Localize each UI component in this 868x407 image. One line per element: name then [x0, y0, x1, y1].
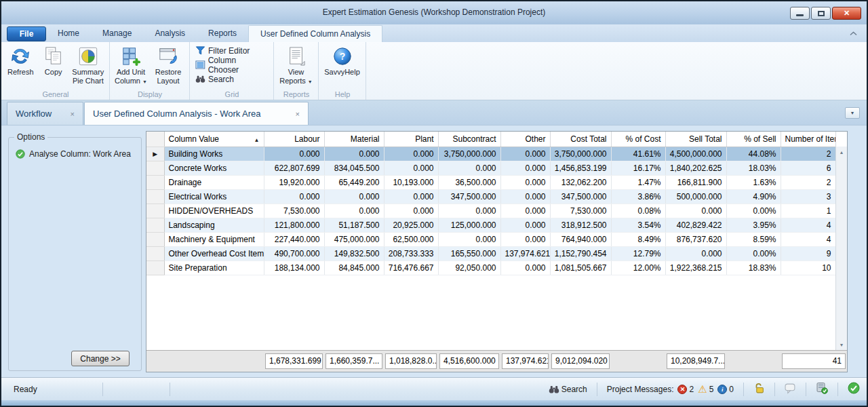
row-label-cell[interactable]: HIDDEN/OVERHEADS: [164, 204, 264, 218]
maximize-button[interactable]: [811, 7, 831, 20]
search-button[interactable]: Search: [191, 72, 238, 86]
value-cell[interactable]: 0.000: [384, 161, 438, 175]
value-cell[interactable]: 2: [781, 147, 835, 161]
database-status-button[interactable]: [816, 382, 828, 396]
row-label-cell[interactable]: Concrete Works: [164, 161, 264, 175]
value-cell[interactable]: 3.86%: [611, 189, 665, 204]
value-cell[interactable]: 622,807.699: [264, 161, 324, 175]
value-cell[interactable]: 3.95%: [726, 218, 781, 232]
view-reports-button[interactable]: View Reports ▼: [277, 44, 316, 88]
value-cell[interactable]: 1,456,853.199: [550, 161, 611, 175]
value-cell[interactable]: 402,829.422: [665, 218, 726, 232]
value-cell[interactable]: 0.000: [500, 189, 550, 204]
row-label-cell[interactable]: Other Overhead Cost Items: [164, 246, 264, 260]
column-header-labour[interactable]: Labour: [264, 132, 324, 147]
row-indicator[interactable]: [146, 260, 164, 275]
value-cell[interactable]: 19,920.000: [264, 175, 324, 189]
value-cell[interactable]: 0.000: [500, 204, 550, 218]
value-cell[interactable]: 0.00%: [726, 204, 781, 218]
change-button[interactable]: Change >>: [71, 351, 130, 366]
value-cell[interactable]: 132,062.200: [550, 175, 611, 189]
value-cell[interactable]: 0.000: [500, 161, 550, 175]
column-header-other[interactable]: Other: [500, 132, 550, 147]
row-indicator[interactable]: [146, 189, 164, 204]
value-cell[interactable]: 12.79%: [611, 246, 665, 260]
value-cell[interactable]: 188,134.000: [264, 260, 324, 275]
copy-button[interactable]: Copy: [39, 44, 68, 88]
value-cell[interactable]: 10: [781, 260, 835, 275]
value-cell[interactable]: 0.000: [500, 218, 550, 232]
value-cell[interactable]: 318,912.500: [550, 218, 611, 232]
value-cell[interactable]: 84,845.000: [324, 260, 384, 275]
value-cell[interactable]: 475,000.000: [324, 232, 384, 246]
lock-button[interactable]: [753, 383, 765, 396]
value-cell[interactable]: 137,974.621: [500, 246, 550, 260]
value-cell[interactable]: 0.000: [264, 189, 324, 204]
value-cell[interactable]: 8.49%: [611, 232, 665, 246]
column-header-material[interactable]: Material: [324, 132, 384, 147]
value-cell[interactable]: 16.17%: [611, 161, 665, 175]
value-cell[interactable]: 1,840,202.625: [665, 161, 726, 175]
ribbon-tab-user-defined-column-analysis[interactable]: User Defined Column Analysis: [248, 25, 382, 42]
column-header-subcontract[interactable]: Subcontract: [438, 132, 500, 147]
value-cell[interactable]: 347,500.000: [438, 189, 500, 204]
row-label-cell[interactable]: Electrical Works: [164, 189, 264, 204]
file-menu-button[interactable]: File: [7, 26, 46, 41]
tab-close-icon[interactable]: ×: [296, 110, 300, 118]
tab-user-defined-column-analysis-work-area[interactable]: User Defined Column Analysis - Work Area…: [84, 102, 309, 125]
warning-count[interactable]: ⚠ 5: [698, 385, 713, 394]
value-cell[interactable]: 347,500.000: [550, 189, 611, 204]
column-header-plant[interactable]: Plant: [384, 132, 438, 147]
validation-status-button[interactable]: [848, 382, 860, 396]
value-cell[interactable]: 834,045.500: [324, 161, 384, 175]
value-cell[interactable]: 2: [781, 175, 835, 189]
row-label-cell[interactable]: Building Works: [164, 147, 264, 161]
value-cell[interactable]: 7,530.000: [264, 204, 324, 218]
scroll-down-button[interactable]: ▼: [836, 339, 847, 350]
value-cell[interactable]: 44.08%: [726, 147, 781, 161]
value-cell[interactable]: 0.000: [665, 246, 726, 260]
row-indicator[interactable]: [146, 175, 164, 189]
value-cell[interactable]: 1,081,505.667: [550, 260, 611, 275]
value-cell[interactable]: 121,800.000: [264, 218, 324, 232]
info-count[interactable]: i 0: [717, 385, 734, 394]
row-label-cell[interactable]: Machinery & Equipment: [164, 232, 264, 246]
close-button[interactable]: ✕: [832, 7, 861, 20]
value-cell[interactable]: 490,700.000: [264, 246, 324, 260]
row-indicator[interactable]: [146, 232, 164, 246]
value-cell[interactable]: 6: [781, 161, 835, 175]
scroll-up-button[interactable]: ▲: [836, 147, 847, 157]
value-cell[interactable]: 65,449.200: [324, 175, 384, 189]
value-cell[interactable]: 0.000: [500, 147, 550, 161]
value-cell[interactable]: 0.000: [438, 161, 500, 175]
value-cell[interactable]: 92,050.000: [438, 260, 500, 275]
value-cell[interactable]: 4.90%: [726, 189, 781, 204]
value-cell[interactable]: 0.08%: [611, 204, 665, 218]
value-cell[interactable]: 4: [781, 232, 835, 246]
value-cell[interactable]: 166,811.900: [665, 175, 726, 189]
refresh-button[interactable]: Refresh: [3, 44, 39, 88]
value-cell[interactable]: 0.000: [324, 204, 384, 218]
tab-list-dropdown-button[interactable]: ▼: [845, 107, 860, 119]
summary-pie-chart-button[interactable]: Summary Pie Chart: [68, 44, 108, 88]
add-unit-column-button[interactable]: Add Unit Column ▼: [111, 44, 151, 88]
value-cell[interactable]: 9: [781, 246, 835, 260]
value-cell[interactable]: 18.83%: [726, 260, 781, 275]
value-cell[interactable]: 20,925.000: [384, 218, 438, 232]
minimize-button[interactable]: [790, 7, 810, 20]
collapse-ribbon-button[interactable]: [848, 28, 859, 38]
value-cell[interactable]: 12.00%: [611, 260, 665, 275]
ribbon-tab-manage[interactable]: Manage: [91, 25, 143, 42]
savvyhelp-button[interactable]: ? SavvyHelp: [321, 44, 363, 88]
value-cell[interactable]: 876,737.620: [665, 232, 726, 246]
value-cell[interactable]: 18.03%: [726, 161, 781, 175]
value-cell[interactable]: 1: [781, 204, 835, 218]
value-cell[interactable]: 0.000: [438, 232, 500, 246]
row-label-cell[interactable]: Site Preparation: [164, 260, 264, 275]
value-cell[interactable]: 0.000: [500, 260, 550, 275]
tab-workflow[interactable]: Workflow ×: [7, 102, 83, 125]
row-label-cell[interactable]: Drainage: [164, 175, 264, 189]
value-cell[interactable]: 0.000: [384, 189, 438, 204]
column-chooser-button[interactable]: Column Chooser: [191, 58, 272, 72]
column-header-cost-total[interactable]: Cost Total: [550, 132, 611, 147]
